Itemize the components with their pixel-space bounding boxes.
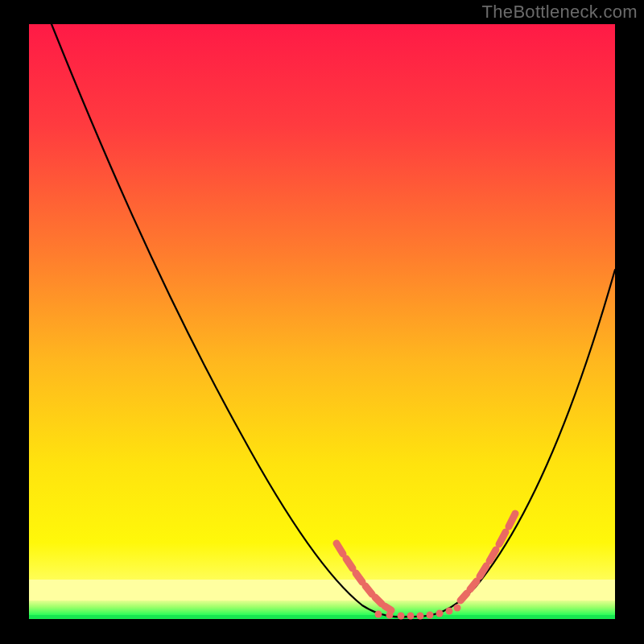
plot-area xyxy=(29,24,615,619)
dash-left-seg xyxy=(385,606,391,610)
floor-dot xyxy=(454,605,461,612)
green-band xyxy=(29,601,615,615)
green-baseline xyxy=(29,615,615,619)
dash-left-seg xyxy=(375,597,382,604)
pale-yellow-band xyxy=(29,580,615,601)
gradient-body xyxy=(29,24,615,588)
floor-dot xyxy=(375,611,382,618)
floor-dot xyxy=(436,610,444,617)
floor-dot xyxy=(417,613,424,620)
floor-dot xyxy=(386,612,394,619)
floor-dot xyxy=(446,608,453,615)
chart-stage: TheBottleneck.com xyxy=(0,0,644,644)
watermark-text: TheBottleneck.com xyxy=(482,2,638,23)
dash-right-seg xyxy=(460,593,467,601)
chart-svg xyxy=(0,0,644,644)
dash-right-seg xyxy=(470,581,477,589)
dash-left-seg xyxy=(365,586,372,594)
floor-dot xyxy=(427,612,434,619)
floor-dot xyxy=(398,613,405,620)
floor-dot xyxy=(407,613,415,620)
